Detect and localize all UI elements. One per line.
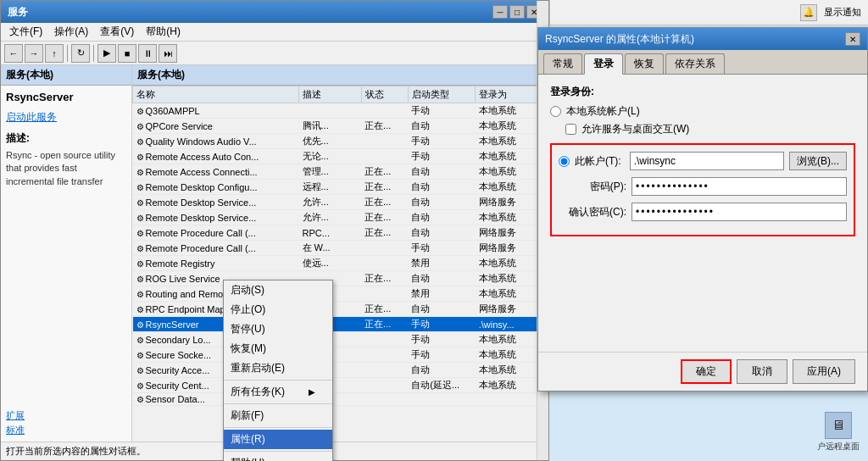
maximize-button[interactable]: □ xyxy=(509,5,525,19)
table-row[interactable]: ⚙ROG Live Service 正在... 自动 本地系统 xyxy=(133,271,548,286)
context-menu-separator xyxy=(224,427,332,428)
ctx-item-label: 属性(R) xyxy=(231,432,265,447)
table-row[interactable]: ⚙Remote Procedure Call (... 在 W... 手动 网络… xyxy=(133,241,548,256)
service-desc-cell: 远程... xyxy=(299,180,362,195)
context-menu-separator xyxy=(224,451,332,452)
service-startup-cell: 自动 xyxy=(408,210,475,225)
table-row[interactable]: ⚙Routing and Remote Acc... 在局... 禁用 本地系统 xyxy=(133,286,548,302)
col-name[interactable]: 名称 xyxy=(133,86,299,103)
table-row[interactable]: ⚙Secondary Lo... 手动 本地系统 xyxy=(133,332,548,347)
service-status-cell xyxy=(361,347,408,363)
context-menu-item[interactable]: 所有任务(K)▶ xyxy=(224,382,332,402)
account-input[interactable] xyxy=(630,152,784,170)
menu-action[interactable]: 操作(A) xyxy=(49,24,93,40)
service-status-cell: 正在... xyxy=(361,164,408,180)
toolbar-refresh[interactable]: ↻ xyxy=(71,44,90,63)
props-tab-登录[interactable]: 登录 xyxy=(584,53,623,75)
taskbar-notif: 🔔 显示通知 xyxy=(550,0,868,25)
this-account-label: 此帐户(T): xyxy=(575,154,621,169)
table-row[interactable]: ⚙Remote Desktop Service... 允许... 正在... 自… xyxy=(133,195,548,210)
context-menu-item[interactable]: 刷新(F) xyxy=(224,406,332,425)
this-account-radio[interactable] xyxy=(559,156,570,167)
allow-desktop-label: 允许服务与桌面交互(W) xyxy=(581,122,689,136)
desktop-icon-remote[interactable]: 🖥 户远程桌面 xyxy=(817,412,860,453)
service-table[interactable]: 名称 描述 状态 启动类型 登录为 ⚙Q360AMPPL 手动 本地系统 ⚙QP… xyxy=(132,86,548,442)
local-system-radio-row: 本地系统帐户(L) xyxy=(550,104,855,119)
cancel-button[interactable]: 取消 xyxy=(737,359,787,384)
notif-icon[interactable]: 🔔 xyxy=(800,4,817,21)
context-menu-item[interactable]: 暂停(U) xyxy=(224,319,332,339)
props-tab-依存关系[interactable]: 依存关系 xyxy=(665,53,725,74)
menu-file[interactable]: 文件(F) xyxy=(4,24,47,40)
apply-button[interactable]: 应用(A) xyxy=(793,359,855,384)
allow-desktop-checkbox[interactable] xyxy=(565,124,576,135)
expand-link[interactable]: 扩展 xyxy=(6,409,126,422)
table-row[interactable]: ⚙RsyncServer Rsyn... 正在... 手动 .\winsy... xyxy=(133,317,548,332)
context-menu-item[interactable]: 停止(O) xyxy=(224,300,332,319)
context-menu-item[interactable]: 重新启动(E) xyxy=(224,358,332,378)
table-row[interactable]: ⚙QPCore Service 腾讯... 正在... 自动 本地系统 xyxy=(133,119,548,134)
service-desc-cell: 无论... xyxy=(299,149,362,164)
service-startup-cell: 手动 xyxy=(408,347,475,363)
table-row[interactable]: ⚙Quality Windows Audio V... 优先... 手动 本地系… xyxy=(133,134,548,149)
menu-view[interactable]: 查看(V) xyxy=(95,24,139,40)
left-desc-label: 描述: xyxy=(1,126,131,147)
login-section: 登录身份: 本地系统帐户(L) 允许服务与桌面交互(W) 此帐户(T): 浏览(… xyxy=(550,85,855,236)
confirm-password-input[interactable] xyxy=(632,203,847,221)
service-status-cell xyxy=(361,256,408,271)
ctx-item-label: 所有任务(K) xyxy=(231,385,285,399)
table-row[interactable]: ⚙Remote Access Connecti... 管理... 正在... 自… xyxy=(133,164,548,180)
table-row[interactable]: ⚙Security Cent... 自动(延迟... 本地系统 xyxy=(133,378,548,393)
toolbar-up[interactable]: ↑ xyxy=(45,44,64,63)
service-status-cell xyxy=(361,286,408,302)
menu-help[interactable]: 帮助(H) xyxy=(141,24,186,40)
toolbar-action3[interactable]: ⏸ xyxy=(138,44,157,63)
table-row[interactable]: ⚙Remote Desktop Service... 允许... 正在... 自… xyxy=(133,210,548,225)
context-menu-item[interactable]: 帮助(H) xyxy=(224,453,332,461)
allow-desktop-row: 允许服务与桌面交互(W) xyxy=(565,122,855,136)
service-status-cell: 正在... xyxy=(361,180,408,195)
service-status-cell xyxy=(361,241,408,256)
props-tab-常规[interactable]: 常规 xyxy=(543,53,582,74)
toolbar-forward[interactable]: → xyxy=(25,44,43,63)
password-input[interactable] xyxy=(632,177,847,196)
context-menu-item[interactable]: 启动(S) xyxy=(224,280,332,300)
table-row[interactable]: ⚙Security Acce... 自动 本地系统 xyxy=(133,363,548,378)
ctx-item-label: 刷新(F) xyxy=(231,408,264,423)
ctx-item-label: 重新启动(E) xyxy=(231,361,285,375)
ctx-item-label: 停止(O) xyxy=(231,303,265,317)
col-desc[interactable]: 描述 xyxy=(299,86,362,103)
service-startup-cell: 自动 xyxy=(408,271,475,286)
service-status-cell xyxy=(361,378,408,393)
table-row[interactable]: ⚙RPC Endpoint Mapper 解析... 正在... 自动 网络服务 xyxy=(133,302,548,317)
context-menu-item[interactable]: 恢复(M) xyxy=(224,339,332,358)
col-startup[interactable]: 启动类型 xyxy=(408,86,475,103)
service-startup-cell: 自动 xyxy=(408,164,475,180)
local-system-radio[interactable] xyxy=(550,106,561,117)
standard-link[interactable]: 标准 xyxy=(6,424,126,436)
service-startup-cell: 禁用 xyxy=(408,256,475,271)
col-status[interactable]: 状态 xyxy=(361,86,408,103)
left-action-link[interactable]: 启动此服务 xyxy=(1,108,131,126)
menu-bar: 文件(F) 操作(A) 查看(V) 帮助(H) xyxy=(1,23,548,42)
login-section-title: 登录身份: xyxy=(550,85,855,99)
minimize-button[interactable]: ─ xyxy=(492,5,508,19)
props-tab-恢复[interactable]: 恢复 xyxy=(625,53,664,74)
context-menu-item[interactable]: 属性(R) xyxy=(224,430,332,449)
browse-button[interactable]: 浏览(B)... xyxy=(789,152,847,170)
table-row[interactable]: ⚙Sensor Data... xyxy=(133,393,548,406)
table-row[interactable]: ⚙Remote Procedure Call (... RPC... 正在...… xyxy=(133,225,548,241)
props-close-button[interactable]: ✕ xyxy=(845,32,860,46)
toolbar-action4[interactable]: ⏭ xyxy=(159,44,177,63)
toolbar-back[interactable]: ← xyxy=(4,44,23,63)
ok-button[interactable]: 确定 xyxy=(681,359,732,384)
submenu-arrow: ▶ xyxy=(309,387,315,397)
table-row[interactable]: ⚙Q360AMPPL 手动 本地系统 xyxy=(133,103,548,119)
table-row[interactable]: ⚙Secure Socke... 手动 本地系统 xyxy=(133,347,548,363)
table-row[interactable]: ⚙Remote Access Auto Con... 无论... 手动 本地系统 xyxy=(133,149,548,164)
notif-label: 显示通知 xyxy=(824,6,861,19)
toolbar-action1[interactable]: ▶ xyxy=(97,44,116,63)
toolbar-action2[interactable]: ■ xyxy=(118,44,136,63)
table-row[interactable]: ⚙Remote Registry 使远... 禁用 本地系统 xyxy=(133,256,548,271)
table-row[interactable]: ⚙Remote Desktop Configu... 远程... 正在... 自… xyxy=(133,180,548,195)
